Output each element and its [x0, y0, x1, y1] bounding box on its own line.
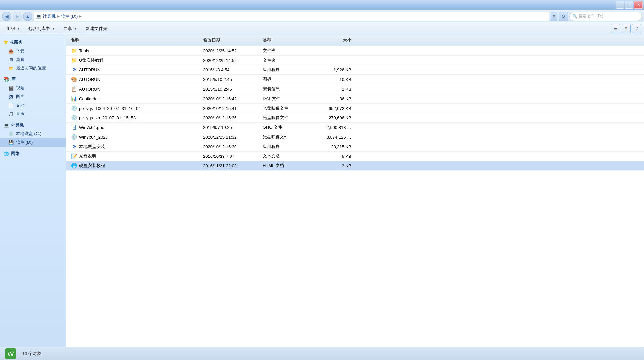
organize-button[interactable]: 组织 ▼ [3, 24, 23, 34]
table-row[interactable]: 📊 Config.dat 2020/10/12 15:42 DAT 文件 36 … [66, 94, 644, 104]
table-row[interactable]: 📁 Tools 2020/12/25 14:52 文件夹 [66, 46, 644, 56]
search-placeholder: 搜索 软件 (D:) [579, 13, 603, 19]
sidebar-item-d-drive[interactable]: 💾 软件 (D:) [0, 138, 66, 147]
file-name: 光盘说明 [79, 153, 96, 159]
file-size: 5 KB [342, 154, 351, 159]
table-row[interactable]: 💿 pe_yqs_1064_20_07_31_16_04 2020/10/12 … [66, 104, 644, 113]
breadcrumb-dropdown[interactable]: ▼ [551, 12, 557, 21]
view-mode-button[interactable]: ⊞ [622, 24, 631, 33]
file-size-cell: 3,874,126 … [314, 134, 353, 140]
file-date-cell: 2020/10/12 15:41 [201, 105, 261, 112]
back-button[interactable]: ◀ [2, 12, 11, 21]
toolbar-right: ☰ ⊞ ? [611, 24, 641, 33]
column-name[interactable]: 名称 [69, 36, 201, 44]
file-type: 文本文档 [263, 153, 280, 159]
c-drive-icon: 💿 [8, 131, 14, 137]
table-row[interactable]: 🌐 硬盘安装教程 2016/11/21 22:03 HTML 文档 3 KB [66, 161, 644, 171]
file-size-cell: 2,900,813 … [314, 124, 353, 131]
file-type-icon: 💿 [71, 114, 77, 121]
column-type[interactable]: 类型 [261, 36, 314, 44]
file-name: Config.dat [79, 96, 99, 101]
file-name: AUTORUN [79, 68, 100, 72]
sidebar-item-c-drive[interactable]: 💿 本地磁盘 (C:) [0, 129, 66, 138]
view-button[interactable]: ☰ [611, 24, 620, 33]
file-type-icon: 🌐 [71, 162, 77, 169]
table-row[interactable]: 📝 光盘说明 2016/10/23 7:07 文本文档 5 KB [66, 152, 644, 161]
file-size: 279,696 KB [329, 115, 351, 120]
main-layout: ★ 收藏夹 📥 下载 🖥 桌面 📂 最近访问的位置 📚 库 [0, 35, 644, 347]
maximize-button[interactable]: □ [625, 1, 633, 9]
file-date: 2020/10/12 15:36 [203, 115, 236, 120]
file-size-cell [314, 50, 353, 51]
file-date: 2015/5/10 2:45 [203, 87, 232, 92]
table-row[interactable]: 💿 pe_yqs_xp_20_07_31_15_53 2020/10/12 15… [66, 113, 644, 123]
library-section: 📚 库 🎬 视频 🖼 图片 📄 文档 🎵 音乐 [0, 75, 66, 118]
back-icon: ◀ [5, 14, 9, 19]
file-date: 2016/1/8 4:54 [203, 68, 230, 72]
breadcrumb-drive-label: 软件 (D:) [61, 13, 78, 19]
column-size[interactable]: 大小 [314, 36, 353, 44]
file-date: 2015/5/10 2:45 [203, 77, 232, 82]
search-bar[interactable]: 🔍 搜索 软件 (D:) [569, 12, 642, 21]
video-label: 视频 [16, 85, 24, 91]
minimize-button[interactable]: ─ [616, 1, 624, 9]
breadcrumb-computer-label: 计算机 [43, 13, 56, 19]
table-row[interactable]: 📁 U盘安装教程 2020/12/25 14:52 文件夹 [66, 56, 644, 65]
table-row[interactable]: 🎨 AUTORUN 2015/5/10 2:45 图标 10 KB [66, 75, 644, 84]
file-name: 本地硬盘安装 [79, 144, 105, 150]
pictures-icon: 🖼 [8, 94, 14, 100]
file-type: 应用程序 [263, 67, 280, 73]
table-row[interactable]: 🗄 Win7x64.gho 2019/9/7 19:25 GHO 文件 2,90… [66, 123, 644, 132]
file-type-icon: 🎨 [71, 76, 77, 83]
sidebar-item-recent[interactable]: 📂 最近访问的位置 [0, 64, 66, 72]
file-date-cell: 2015/5/10 2:45 [201, 76, 261, 83]
newfolder-label: 新建文件夹 [86, 26, 107, 32]
breadcrumb-computer[interactable]: 计算机 [43, 13, 56, 19]
table-row[interactable]: 💿 Win7x64_2020 2020/12/25 11:32 光盘映像文件 3… [66, 132, 644, 142]
computer-label: 计算机 [11, 122, 24, 128]
file-date-cell: 2020/12/25 14:52 [201, 48, 261, 54]
computer-breadcrumb-icon: 💻 [36, 14, 41, 19]
breadcrumb-sep-2: ▶ [79, 14, 82, 18]
column-modified[interactable]: 修改日期 [201, 36, 261, 44]
file-size-cell: 36 KB [314, 96, 353, 102]
network-header[interactable]: 🌐 网络 [0, 149, 66, 158]
table-row[interactable]: ⚙ AUTORUN 2016/1/8 4:54 应用程序 1,926 KB [66, 65, 644, 75]
refresh-button[interactable]: ↻ [559, 12, 568, 21]
address-bar: ◀ ▶ ▲ 💻 计算机 ▶ 软件 (D:) ▶ ▼ ↻ 🔍 搜索 软件 (D:) [0, 10, 644, 22]
file-type-icon: 🗄 [71, 124, 77, 131]
close-button[interactable]: ✕ [634, 1, 643, 9]
favorites-star-icon: ★ [3, 39, 8, 45]
file-type: DAT 文件 [263, 96, 280, 102]
table-row[interactable]: 📋 AUTORUN 2015/5/10 2:45 安装信息 1 KB [66, 84, 644, 94]
desktop-label: 桌面 [16, 57, 24, 63]
up-button[interactable]: ▲ [23, 12, 32, 21]
help-button[interactable]: ? [632, 24, 641, 33]
table-row[interactable]: ⚙ 本地硬盘安装 2020/10/12 15:30 应用程序 28,315 KB [66, 142, 644, 152]
sidebar-item-download[interactable]: 📥 下载 [0, 47, 66, 55]
file-size-cell: 652,072 KB [314, 105, 353, 112]
file-date-cell: 2020/10/12 15:30 [201, 144, 261, 150]
sidebar-item-pictures[interactable]: 🖼 图片 [0, 92, 66, 101]
pictures-label: 图片 [16, 94, 24, 100]
file-size-cell: 3 KB [314, 163, 353, 169]
file-size: 1,926 KB [334, 68, 352, 72]
computer-header[interactable]: 💻 计算机 [0, 121, 66, 129]
file-size: 36 KB [340, 96, 351, 101]
sidebar-item-music[interactable]: 🎵 音乐 [0, 110, 66, 118]
sidebar-item-documents[interactable]: 📄 文档 [0, 101, 66, 110]
newfolder-button[interactable]: 新建文件夹 [82, 24, 111, 34]
c-drive-label: 本地磁盘 (C:) [16, 131, 41, 137]
forward-button[interactable]: ▶ [13, 12, 22, 21]
share-button[interactable]: 共享 ▼ [60, 24, 81, 34]
favorites-header[interactable]: ★ 收藏夹 [0, 38, 66, 47]
sidebar-item-desktop[interactable]: 🖥 桌面 [0, 55, 66, 64]
file-date-cell: 2016/1/8 4:54 [201, 67, 261, 73]
breadcrumb-drive[interactable]: 软件 (D:) [61, 13, 78, 19]
file-type-icon: 📋 [71, 86, 77, 92]
file-name: Win7x64.gho [79, 125, 104, 130]
download-label: 下载 [16, 48, 24, 54]
library-button[interactable]: 包含到库中 ▼ [25, 24, 59, 34]
sidebar-item-video[interactable]: 🎬 视频 [0, 84, 66, 92]
library-header[interactable]: 📚 库 [0, 75, 66, 84]
